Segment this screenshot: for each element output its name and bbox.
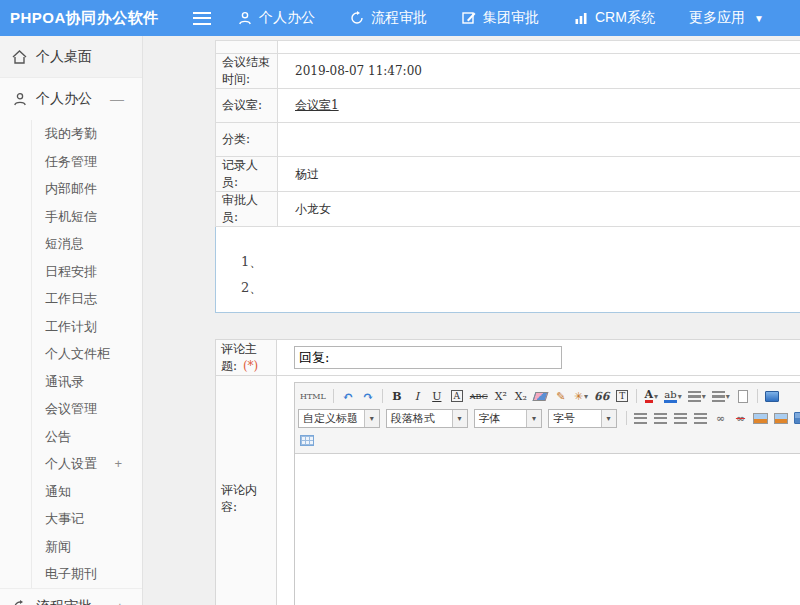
select-value: 段落格式	[387, 411, 452, 426]
sidebar-group-personal-office[interactable]: 个人办公 —	[0, 78, 142, 120]
insert-image-icon[interactable]	[751, 409, 769, 427]
field-value-recorder: 杨过	[278, 157, 800, 192]
sidebar-item-meeting-mgmt[interactable]: 会议管理	[32, 395, 142, 423]
comment-subject-label: 评论主题: (*)	[216, 340, 277, 376]
italic-icon[interactable]: I	[408, 387, 426, 405]
sidebar-item-notice[interactable]: 通知	[32, 478, 142, 506]
meeting-detail-table: 会议结束时间: 2019-08-07 11:47:00 会议室: 会议室1 分类…	[215, 40, 800, 227]
underline-icon[interactable]: U	[428, 387, 446, 405]
expand-icon[interactable]: +	[114, 450, 122, 478]
sidebar-item-work-log[interactable]: 工作日志	[32, 285, 142, 313]
collapse-icon[interactable]: —	[110, 91, 124, 107]
align-center-icon[interactable]	[651, 409, 669, 427]
paragraph-format-select[interactable]: 段落格式 ▾	[386, 409, 468, 428]
font-style-icon[interactable]: A	[451, 390, 464, 402]
unordered-list-icon[interactable]: ▾	[710, 387, 732, 405]
strikethrough-icon[interactable]: ABC	[468, 387, 490, 405]
sidebar-item-contacts[interactable]: 通讯录	[32, 368, 142, 396]
bold-icon[interactable]: B	[388, 387, 406, 405]
nav-process-approval[interactable]: 流程审批	[349, 9, 427, 27]
select-value: 字体	[475, 411, 526, 426]
font-family-select[interactable]: 字体 ▾	[474, 409, 542, 428]
new-page-icon[interactable]	[734, 387, 752, 405]
nav-personal-office[interactable]: 个人办公	[237, 9, 315, 27]
sidebar-group-process-approval[interactable]: 流程审批 +	[0, 588, 142, 605]
sidebar-item-tasks[interactable]: 任务管理	[32, 148, 142, 176]
bar-chart-icon	[573, 11, 588, 26]
sidebar-item-e-journal[interactable]: 电子期刊	[32, 560, 142, 588]
sidebar-item-work-plan[interactable]: 工作计划	[32, 313, 142, 341]
nav-more-apps[interactable]: 更多应用 ▼	[689, 9, 764, 27]
toolbar-separator	[626, 411, 627, 425]
format-brush-icon[interactable]: ✎	[552, 387, 570, 405]
toolbar-separator	[636, 389, 637, 403]
redo-icon[interactable]: ↷	[359, 387, 377, 405]
sidebar-item-desktop[interactable]: 个人桌面	[0, 36, 142, 78]
blockquote-icon[interactable]: 66	[592, 387, 611, 405]
sidebar-sublist: 我的考勤 任务管理 内部邮件 手机短信 短消息 日程安排 工作日志 工作计划 个…	[31, 120, 142, 588]
sidebar-item-file-cabinet[interactable]: 个人文件柜	[32, 340, 142, 368]
field-label: 分类:	[216, 123, 278, 157]
font-size-select[interactable]: 字号 ▾	[548, 409, 616, 428]
sidebar-item-schedule[interactable]: 日程安排	[32, 258, 142, 286]
insert-media-icon[interactable]	[792, 409, 800, 427]
undo-icon[interactable]: ↶	[339, 387, 357, 405]
table-row: 审批人员: 小龙女	[216, 192, 800, 227]
quick-format-icon[interactable]: ✳▾	[572, 387, 590, 405]
toolbar-row-3	[298, 429, 800, 451]
align-justify-icon[interactable]	[691, 409, 709, 427]
sidebar-item-personal-settings[interactable]: 个人设置 +	[32, 450, 142, 478]
paste-plain-icon[interactable]: T	[613, 387, 631, 405]
wand-glyph: ✳	[574, 390, 583, 403]
sidebar-item-short-message[interactable]: 短消息	[32, 230, 142, 258]
fullscreen-preview-icon[interactable]	[763, 387, 781, 405]
menu-icon[interactable]	[193, 12, 211, 25]
nav-label: 个人办公	[259, 9, 315, 27]
toolbar-separator	[382, 389, 383, 403]
caret-down-icon: ▾	[364, 410, 379, 427]
field-label: 审批人员:	[216, 192, 278, 227]
sidebar-group-label: 个人办公	[36, 90, 92, 108]
sidebar-item-sms[interactable]: 手机短信	[32, 203, 142, 231]
sidebar-item-news[interactable]: 新闻	[32, 533, 142, 561]
align-right-icon[interactable]	[671, 409, 689, 427]
highlight-color-icon[interactable]: ab▾	[662, 387, 683, 405]
minutes-line: 2、	[241, 275, 800, 301]
sidebar-item-big-events[interactable]: 大事记	[32, 505, 142, 533]
sidebar-item-attendance[interactable]: 我的考勤	[32, 120, 142, 148]
remove-link-icon[interactable]: ∞	[731, 409, 749, 427]
sidebar-item-announcement[interactable]: 公告	[32, 423, 142, 451]
sidebar-item-label: 个人设置	[45, 456, 97, 471]
field-value-end-time: 2019-08-07 11:47:00	[278, 54, 800, 89]
caret-down-icon: ▾	[654, 392, 658, 401]
nav-crm-system[interactable]: CRM系统	[573, 9, 655, 27]
comment-subject-input[interactable]	[294, 346, 562, 369]
ordered-list-icon[interactable]: ▾	[686, 387, 708, 405]
caret-down-icon: ▾	[702, 392, 706, 401]
toolbar-separator	[333, 389, 334, 403]
highlight-glyph: ab	[664, 389, 676, 403]
align-left-icon[interactable]	[631, 409, 649, 427]
custom-heading-select[interactable]: 自定义标题 ▾	[298, 409, 380, 428]
subscript-icon[interactable]: X₂	[512, 387, 530, 405]
nav-group-approval[interactable]: 集团审批	[461, 9, 539, 27]
insert-table-icon[interactable]	[298, 431, 316, 449]
top-navbar: PHPOA协同办公软件 个人办公 流程审批 集团审批 CRM系统	[0, 0, 800, 36]
comment-content-editarea[interactable]	[295, 454, 800, 605]
caret-down-icon: ▾	[526, 410, 541, 427]
field-value-meeting-room: 会议室1	[278, 89, 800, 123]
source-code-button[interactable]: HTML	[298, 387, 328, 405]
field-value-approver: 小龙女	[278, 192, 800, 227]
expand-icon[interactable]: +	[116, 599, 124, 605]
insert-link-icon[interactable]: ∞	[711, 409, 729, 427]
caret-down-icon: ▾	[678, 392, 682, 401]
field-value-category	[278, 123, 800, 157]
font-color-icon[interactable]: A▾	[642, 387, 660, 405]
nav-label: 更多应用	[689, 9, 745, 27]
app-title: PHPOA协同办公软件	[0, 9, 185, 28]
superscript-icon[interactable]: X²	[492, 387, 510, 405]
network-image-icon[interactable]	[772, 409, 790, 427]
sidebar: 个人桌面 个人办公 — 我的考勤 任务管理 内部邮件 手机短信 短消息 日程安排…	[0, 36, 143, 605]
sidebar-item-internal-mail[interactable]: 内部邮件	[32, 175, 142, 203]
remove-format-icon[interactable]	[532, 387, 550, 405]
